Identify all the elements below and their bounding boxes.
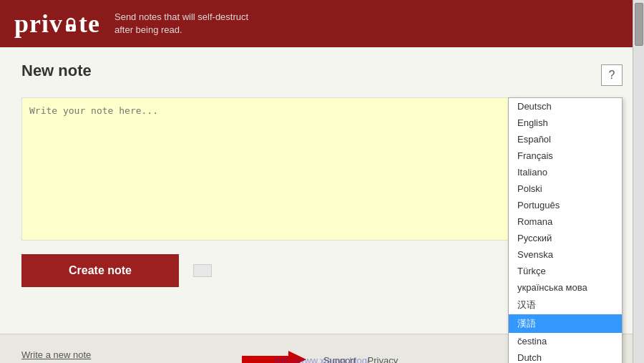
lang-dropdown-item[interactable]: Italiano — [509, 164, 622, 180]
lang-dropdown-item[interactable]: Romana — [509, 213, 622, 230]
lang-dropdown-item[interactable]: Svenska — [509, 246, 622, 263]
page-title: New note — [21, 62, 92, 80]
title-row: New note ? — [21, 62, 623, 89]
lang-dropdown-item[interactable]: Deutsch — [509, 98, 622, 115]
language-dropdown-overlay: DeutschEnglishEspañolFrançaisItalianoPol… — [508, 97, 623, 363]
footer-link-support[interactable]: Support — [323, 355, 356, 364]
lang-dropdown-item[interactable]: Português — [509, 197, 622, 213]
lang-dropdown-item[interactable]: Türkçe — [509, 263, 622, 279]
footer-link-new-note[interactable]: Write a new note — [21, 349, 91, 360]
option-box-1[interactable] — [193, 264, 212, 277]
header-tagline: Send notes that will self-destruct after… — [114, 11, 258, 37]
svg-marker-3 — [242, 351, 306, 364]
lang-dropdown-item[interactable]: Polski — [509, 180, 622, 197]
lang-dropdown-item[interactable]: 汉语 — [509, 296, 622, 314]
lang-dropdown-item[interactable]: čestina — [509, 333, 622, 349]
lang-dropdown-item[interactable]: Español — [509, 131, 622, 147]
footer-left-links: Write a new note Share your comments — [21, 349, 112, 363]
scrollbar[interactable] — [633, 0, 644, 363]
lang-dropdown-item[interactable]: English — [509, 115, 622, 131]
lang-dropdown-item[interactable]: 漢語 — [509, 314, 622, 333]
scrollbar-thumb[interactable] — [635, 3, 643, 46]
red-arrow-icon — [242, 351, 306, 364]
footer-link-privacy[interactable]: Privacy — [368, 355, 399, 364]
arrow-decoration — [242, 351, 306, 364]
lang-dropdown-item[interactable]: Русский — [509, 230, 622, 246]
lock-icon — [64, 17, 78, 33]
content-wrapper: DeutschEnglishEspañolFrançaisItalianoPol… — [21, 97, 623, 243]
language-dropdown[interactable]: DeutschEnglishEspañolFrançaisItalianoPol… — [508, 97, 623, 363]
footer-center: Support Privacy — [242, 351, 398, 364]
svg-rect-2 — [70, 28, 72, 30]
main-content: New note ? DeutschEnglishEspañolFrançais… — [0, 47, 644, 334]
help-button[interactable]: ? — [601, 64, 623, 86]
lang-dropdown-item[interactable]: Dutch — [509, 349, 622, 363]
lang-dropdown-item[interactable]: Français — [509, 147, 622, 164]
logo: priv te — [14, 9, 100, 39]
header: priv te Send notes that will self-destru… — [0, 0, 644, 47]
logo-text: priv te — [14, 9, 100, 39]
lang-dropdown-item[interactable]: українська мова — [509, 279, 622, 296]
create-note-button[interactable]: Create note — [21, 254, 179, 287]
